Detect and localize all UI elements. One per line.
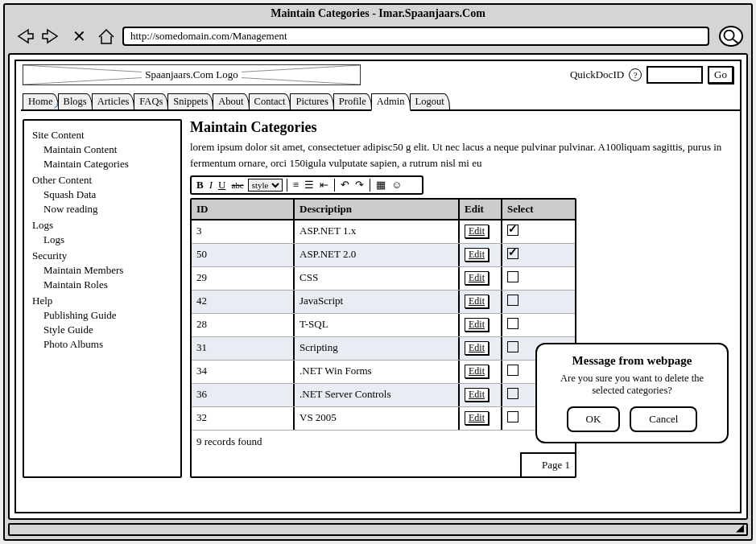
sidebar-item-logs[interactable]: Logs bbox=[32, 233, 172, 246]
select-checkbox[interactable] bbox=[507, 318, 518, 329]
cell-id: 29 bbox=[192, 267, 295, 290]
cell-id: 32 bbox=[192, 407, 295, 430]
sidebar-item-maintain-content[interactable]: Maintain Content bbox=[32, 143, 172, 156]
col-header-description[interactable]: Descriptipn bbox=[295, 200, 460, 219]
table-row: 28T-SQLEdit bbox=[192, 314, 575, 337]
select-checkbox[interactable] bbox=[507, 271, 518, 282]
sidebar-item-maintain-categories[interactable]: Maintain Categories bbox=[32, 158, 172, 171]
bullet-list-icon[interactable]: ≡ bbox=[291, 179, 300, 192]
edit-button[interactable]: Edit bbox=[465, 248, 489, 262]
image-icon[interactable]: ▦ bbox=[374, 179, 387, 192]
cell-select bbox=[502, 220, 557, 243]
table-row: 50ASP.NET 2.0Edit bbox=[192, 244, 575, 267]
cell-edit: Edit bbox=[460, 220, 502, 243]
tab-profile[interactable]: Profile bbox=[333, 93, 372, 109]
table-row: 36.NET Server ControlsEdit bbox=[192, 384, 575, 407]
help-icon[interactable]: ? bbox=[629, 68, 642, 81]
italic-icon[interactable]: I bbox=[208, 179, 214, 192]
edit-button[interactable]: Edit bbox=[465, 225, 489, 238]
table-row: 31ScriptingEdit bbox=[192, 337, 575, 361]
svg-point-0 bbox=[724, 31, 733, 40]
table-row: 29CSSEdit bbox=[192, 267, 575, 291]
cell-edit: Edit bbox=[460, 407, 502, 430]
sidebar-item-maintain-roles[interactable]: Maintain Roles bbox=[32, 278, 172, 291]
tab-pictures[interactable]: Pictures bbox=[290, 93, 333, 109]
resize-handle-icon[interactable]: ◢ bbox=[736, 521, 744, 534]
quickdoc-input[interactable] bbox=[647, 66, 703, 84]
select-checkbox[interactable] bbox=[507, 341, 518, 352]
numbered-list-icon[interactable]: ☰ bbox=[303, 179, 316, 192]
tab-logout[interactable]: Logout bbox=[410, 93, 450, 109]
cell-id: 36 bbox=[192, 384, 295, 406]
table-row: 32VS 2005Edit bbox=[192, 407, 575, 431]
page-description: lorem ipsum dolor sit amet, consectetuer… bbox=[190, 139, 733, 171]
cell-edit: Edit bbox=[460, 384, 502, 406]
cell-id: 31 bbox=[192, 337, 295, 360]
tab-home[interactable]: Home bbox=[23, 93, 59, 109]
cell-description: ASP.NET 1.x bbox=[295, 220, 460, 243]
cell-edit: Edit bbox=[460, 291, 502, 313]
sidebar-item-publishing-guide[interactable]: Publishing Guide bbox=[32, 309, 172, 322]
forward-button[interactable] bbox=[40, 27, 63, 46]
undo-icon[interactable]: ↶ bbox=[339, 179, 351, 192]
tab-admin[interactable]: Admin bbox=[371, 93, 411, 111]
edit-button[interactable]: Edit bbox=[465, 365, 489, 378]
search-button[interactable] bbox=[719, 26, 743, 47]
sidebar-item-style-guide[interactable]: Style Guide bbox=[32, 324, 172, 336]
sidebar-section-site-content: Site Content bbox=[32, 129, 172, 142]
cell-id: 42 bbox=[192, 291, 295, 313]
url-bar[interactable] bbox=[122, 27, 709, 46]
cell-id: 3 bbox=[192, 220, 295, 243]
go-button[interactable]: Go bbox=[708, 66, 733, 84]
outdent-icon[interactable]: ⇤ bbox=[318, 179, 330, 192]
style-select[interactable]: style bbox=[248, 179, 283, 192]
edit-button[interactable]: Edit bbox=[465, 271, 489, 285]
edit-button[interactable]: Edit bbox=[465, 318, 489, 332]
tab-articles[interactable]: Articles bbox=[92, 93, 135, 109]
tab-contact[interactable]: Contact bbox=[249, 93, 291, 109]
tab-faqs[interactable]: FAQs bbox=[134, 93, 168, 109]
back-button[interactable] bbox=[13, 27, 35, 46]
cell-edit: Edit bbox=[460, 244, 502, 266]
select-checkbox[interactable] bbox=[507, 365, 518, 376]
window-title: Maintain Categories - Imar.Spaanjaars.Co… bbox=[5, 5, 751, 23]
bold-icon[interactable]: B bbox=[195, 179, 205, 192]
tab-blogs[interactable]: Blogs bbox=[58, 93, 93, 109]
cell-edit: Edit bbox=[460, 361, 502, 383]
ok-button[interactable]: OK bbox=[567, 406, 621, 432]
edit-button[interactable]: Edit bbox=[465, 388, 489, 402]
select-checkbox[interactable] bbox=[507, 225, 518, 236]
tab-about[interactable]: About bbox=[213, 93, 249, 109]
sidebar-item-now-reading[interactable]: Now reading bbox=[32, 203, 172, 216]
tab-snippets[interactable]: Snippets bbox=[167, 93, 213, 109]
cell-description: Scripting bbox=[295, 337, 460, 360]
home-button[interactable] bbox=[95, 27, 118, 46]
col-header-select: Select bbox=[502, 200, 557, 219]
sidebar-item-maintain-members[interactable]: Maintain Members bbox=[32, 264, 172, 277]
col-header-id[interactable]: ID bbox=[192, 200, 295, 219]
cell-edit: Edit bbox=[460, 314, 502, 336]
emoji-icon[interactable]: ☺ bbox=[390, 179, 403, 192]
edit-button[interactable]: Edit bbox=[465, 295, 489, 308]
underline-icon[interactable]: U bbox=[217, 179, 227, 192]
cell-description: CSS bbox=[295, 267, 460, 290]
cancel-button[interactable]: Cancel bbox=[630, 406, 697, 432]
strikethrough-icon[interactable]: abc bbox=[229, 180, 245, 190]
edit-button[interactable]: Edit bbox=[465, 411, 489, 425]
sidebar-item-squash-data[interactable]: Squash Data bbox=[32, 188, 172, 201]
page-heading: Maintain Categories bbox=[190, 119, 733, 136]
confirm-dialog: Message from webpage Are you sure you wa… bbox=[535, 343, 729, 443]
svg-line-1 bbox=[733, 39, 737, 43]
select-checkbox[interactable] bbox=[507, 411, 518, 422]
select-checkbox[interactable] bbox=[507, 388, 518, 399]
edit-button[interactable]: Edit bbox=[465, 341, 489, 355]
table-row: 42JavaScriptEdit bbox=[192, 291, 575, 314]
select-checkbox[interactable] bbox=[507, 248, 518, 259]
stop-button[interactable]: ✕ bbox=[68, 27, 90, 46]
select-checkbox[interactable] bbox=[507, 295, 518, 306]
cell-description: .NET Server Controls bbox=[295, 384, 460, 406]
categories-table: ID Descriptipn Edit Select 3ASP.NET 1.xE… bbox=[190, 198, 576, 478]
redo-icon[interactable]: ↷ bbox=[353, 179, 366, 192]
sidebar-item-photo-albums[interactable]: Photo Albums bbox=[32, 338, 172, 351]
cell-description: JavaScript bbox=[295, 291, 460, 313]
